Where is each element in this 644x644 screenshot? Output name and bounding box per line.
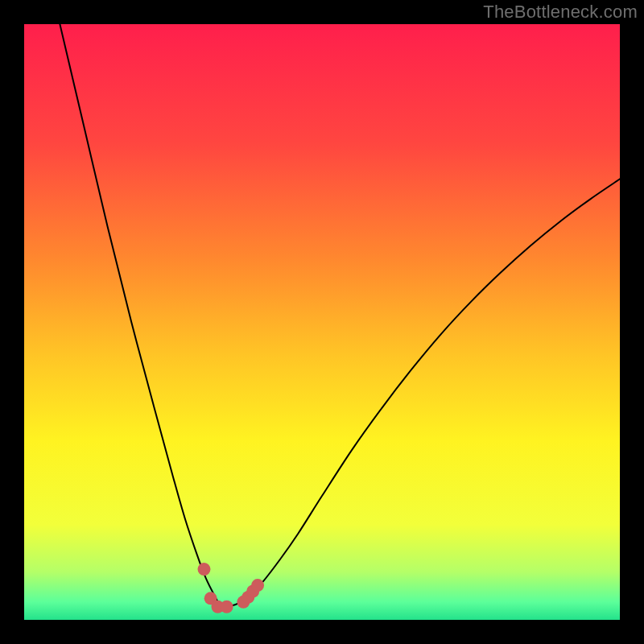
highlight-dot bbox=[251, 579, 264, 592]
chart-container bbox=[24, 24, 620, 620]
bottleneck-chart bbox=[24, 24, 620, 620]
chart-background-gradient bbox=[24, 24, 620, 620]
highlight-dot bbox=[197, 563, 210, 576]
highlight-dot bbox=[221, 601, 233, 613]
watermark-text: TheBottleneck.com bbox=[483, 2, 638, 23]
